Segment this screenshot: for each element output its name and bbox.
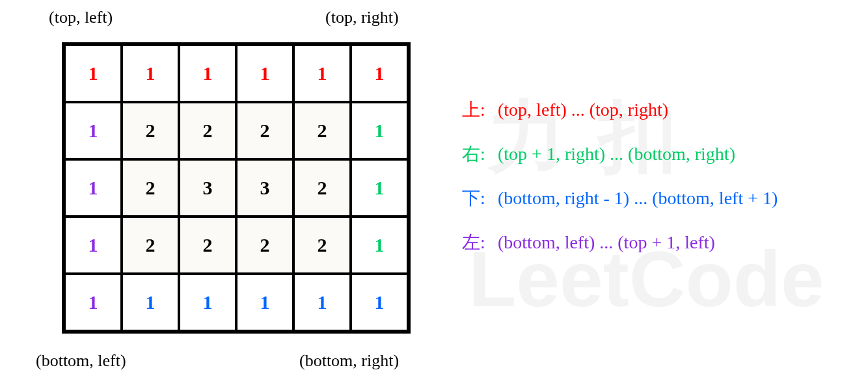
grid-cell: 1 [236, 274, 293, 331]
legend-right-range: (top + 1, right) ... (bottom, right) [498, 144, 735, 164]
legend-left-range: (bottom, left) ... (top + 1, left) [498, 232, 715, 252]
grid-cell: 2 [179, 102, 236, 159]
grid-cell: 1 [293, 274, 351, 331]
legend-left-label: 左: [462, 230, 493, 255]
grid-cell: 1 [122, 274, 179, 331]
grid-cell: 2 [179, 217, 236, 274]
grid-cell: 1 [351, 102, 408, 159]
diagram-root: 力扣 LeetCode (top, left) (top, right) (bo… [0, 0, 868, 383]
grid-cell: 1 [351, 159, 408, 217]
grid-cell: 1 [64, 102, 122, 159]
grid-cell: 1 [179, 274, 236, 331]
grid-cell: 2 [293, 102, 351, 159]
grid-cell: 3 [236, 159, 293, 217]
corner-label-bottom-left: (bottom, left) [36, 351, 126, 371]
legend-bottom: 下: (bottom, right - 1) ... (bottom, left… [462, 186, 778, 211]
corner-label-top-left: (top, left) [49, 8, 113, 27]
corner-label-bottom-right: (bottom, right) [299, 351, 399, 371]
grid-cell: 1 [64, 217, 122, 274]
legend: 上: (top, left) ... (top, right) 右: (top … [462, 98, 778, 255]
grid-cell: 1 [179, 45, 236, 102]
legend-left: 左: (bottom, left) ... (top + 1, left) [462, 230, 778, 255]
matrix-grid: 111111122221123321122221111111 [62, 42, 411, 334]
grid-cell: 1 [351, 274, 408, 331]
grid-cell: 1 [351, 217, 408, 274]
legend-bottom-range: (bottom, right - 1) ... (bottom, left + … [498, 188, 778, 208]
grid-cell: 2 [122, 159, 179, 217]
grid-cell: 1 [64, 45, 122, 102]
grid-cell: 2 [122, 102, 179, 159]
grid-cell: 3 [179, 159, 236, 217]
grid-cell: 2 [293, 217, 351, 274]
grid-cell: 1 [351, 45, 408, 102]
grid-cell: 1 [64, 274, 122, 331]
grid-cell: 1 [236, 45, 293, 102]
corner-label-top-right: (top, right) [325, 8, 399, 27]
grid-cell: 2 [236, 102, 293, 159]
legend-bottom-label: 下: [462, 186, 493, 211]
grid-cell: 1 [293, 45, 351, 102]
grid-cell: 2 [236, 217, 293, 274]
grid-cell: 2 [293, 159, 351, 217]
legend-top-label: 上: [462, 98, 493, 122]
legend-top: 上: (top, left) ... (top, right) [462, 98, 778, 122]
grid-cell: 1 [64, 159, 122, 217]
grid-cell: 2 [122, 217, 179, 274]
legend-right-label: 右: [462, 142, 493, 166]
legend-top-range: (top, left) ... (top, right) [498, 99, 668, 120]
legend-right: 右: (top + 1, right) ... (bottom, right) [462, 142, 778, 166]
grid-cell: 1 [122, 45, 179, 102]
